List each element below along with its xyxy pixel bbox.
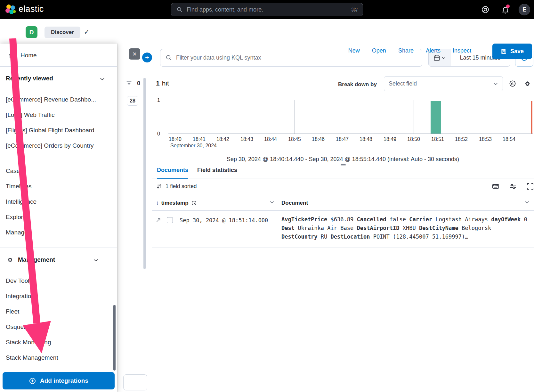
x-tick: 18:49 — [384, 136, 396, 142]
add-integrations-button[interactable]: Add integrations — [3, 372, 115, 389]
keyboard-icon — [492, 183, 499, 190]
chevron-down-icon — [525, 200, 530, 205]
management-title: Management — [18, 256, 55, 263]
recent-item[interactable]: [eCommerce] Orders by Country — [0, 138, 117, 154]
space-badge[interactable]: D — [26, 26, 37, 38]
nav-scrollbar[interactable] — [113, 305, 116, 371]
row-checkbox[interactable] — [167, 217, 173, 223]
sidebar-item-stack-management[interactable]: Stack Management — [0, 350, 117, 366]
fields-panel-scrollbar[interactable] — [143, 78, 146, 269]
current-time-marker — [531, 101, 532, 134]
column-document[interactable]: Document — [281, 200, 308, 206]
sidebar-item-cases[interactable]: Cases — [0, 164, 117, 179]
field-filter-count: 0 — [137, 80, 140, 87]
grid-toolbar — [492, 183, 534, 190]
column-timestamp-menu[interactable] — [270, 200, 274, 205]
sort-fields-icon — [156, 183, 162, 190]
x-tick: 18:48 — [360, 136, 372, 142]
gear-icon — [7, 257, 13, 263]
sidebar-item-home[interactable]: Home — [0, 44, 117, 66]
action-new[interactable]: New — [348, 47, 360, 54]
tab-documents[interactable]: Documents — [157, 167, 188, 179]
expand-document-button[interactable] — [156, 217, 161, 223]
chevron-down-icon — [93, 257, 99, 263]
x-tick: 18:41 — [193, 136, 206, 142]
divider — [0, 161, 117, 161]
x-tick: 18:51 — [431, 136, 444, 142]
global-search-input[interactable]: Find apps, content, and more. ⌘/ — [171, 3, 363, 16]
sidebar-item-osquery[interactable]: Osquery — [0, 320, 117, 335]
column-document-menu[interactable] — [525, 200, 530, 205]
recent-item[interactable]: [Flights] Global Flight Dashboard — [0, 123, 117, 138]
chevron-down-icon — [442, 56, 446, 60]
save-button[interactable]: Save — [492, 44, 532, 59]
breakdown-placeholder: Select field — [389, 80, 493, 87]
action-share[interactable]: Share — [398, 47, 414, 54]
sidebar-item-intelligence[interactable]: Intelligence — [0, 194, 117, 210]
sidebar-item-dev-tools[interactable]: Dev Tools — [0, 274, 117, 289]
gridline — [414, 100, 414, 134]
x-axis-labels: 18:40 18:41 18:42 18:43 18:44 18:45 18:4… — [168, 136, 533, 143]
column-timestamp[interactable]: ↓ timestamp — [156, 200, 197, 206]
solution-nav-list: Cases Timelines Intelligence Explore Man… — [0, 164, 117, 241]
check-icon: ✓ — [84, 28, 90, 36]
chart-settings-button[interactable] — [523, 79, 531, 88]
histogram-bar[interactable] — [431, 101, 441, 134]
sidebar-item-fleet[interactable]: Fleet — [0, 304, 117, 320]
plus-circle-icon — [29, 377, 36, 385]
add-field-button[interactable]: + — [142, 53, 152, 62]
kql-placeholder: Filter your data using KQL syntax — [176, 54, 261, 61]
search-icon — [176, 6, 183, 13]
clock-icon — [191, 200, 197, 206]
help-button[interactable] — [480, 4, 490, 15]
x-tick: 18:52 — [455, 136, 468, 142]
x-tick: 18:46 — [312, 136, 325, 142]
grid-header: ↓ timestamp Document — [152, 196, 534, 211]
notifications-button[interactable] — [500, 4, 510, 15]
recent-item[interactable]: [eCommerce] Revenue Dashbo... — [0, 92, 117, 108]
column-timestamp-label: timestamp — [161, 200, 189, 206]
search-icon — [166, 54, 172, 61]
chart-resize-handle[interactable] — [341, 164, 346, 167]
cell-document: AvgTicketPrice $636.89 Cancelled false C… — [281, 215, 530, 241]
breakdown-label: Break down by — [338, 81, 377, 88]
action-open[interactable]: Open — [372, 47, 386, 54]
elastic-logo-icon[interactable] — [5, 4, 16, 15]
table-row: Sep 30, 2024 @ 18:51:14.000 AvgTicketPri… — [152, 211, 534, 248]
close-button[interactable]: × — [129, 48, 140, 60]
sidebar-item-manage[interactable]: Manage — [0, 225, 117, 241]
recently-viewed-title: Recently viewed — [6, 75, 53, 82]
gear-icon — [524, 80, 531, 87]
tab-field-statistics[interactable]: Field statistics — [197, 167, 237, 179]
display-options-button[interactable] — [509, 183, 517, 190]
keyboard-shortcuts-button[interactable] — [492, 183, 499, 190]
x-tick: 18:45 — [288, 136, 301, 142]
management-header[interactable]: Management — [0, 248, 117, 266]
breakdown-select[interactable]: Select field — [384, 76, 503, 91]
fullscreen-button[interactable] — [526, 183, 534, 190]
action-alerts[interactable]: Alerts — [426, 47, 441, 54]
recent-item[interactable]: [Logs] Web Traffic — [0, 108, 117, 123]
sidebar-item-timelines[interactable]: Timelines — [0, 179, 117, 194]
field-filter-icon[interactable] — [125, 80, 133, 87]
chart-options-button[interactable] — [508, 79, 517, 88]
fields-panel-partial-input[interactable] — [123, 374, 147, 390]
x-tick: 18:50 — [407, 136, 420, 142]
recently-viewed-header[interactable]: Recently viewed — [0, 67, 117, 85]
sidebar-item-stack-monitoring[interactable]: Stack Monitoring — [0, 335, 117, 350]
x-tick: 18:53 — [479, 136, 492, 142]
hits-count: 1hit — [156, 79, 169, 87]
fullscreen-icon — [526, 183, 534, 190]
action-inspect[interactable]: Inspect — [453, 47, 471, 54]
breadcrumb[interactable]: Discover — [44, 27, 80, 38]
user-avatar[interactable]: E — [519, 4, 530, 15]
sidebar-item-integrations[interactable]: Integrations — [0, 289, 117, 304]
notification-badge — [506, 4, 510, 8]
help-icon — [481, 5, 490, 14]
toolbar-actions: New Open Share Alerts Inspect — [348, 47, 471, 54]
x-tick: 18:47 — [336, 136, 349, 142]
nav-flyout: Home Recently viewed [eCommerce] Revenue… — [0, 44, 117, 392]
sidebar-item-explore[interactable]: Explore — [0, 210, 117, 225]
histogram-plot — [168, 100, 533, 134]
sorted-fields-button[interactable]: 1 field sorted — [156, 183, 197, 190]
